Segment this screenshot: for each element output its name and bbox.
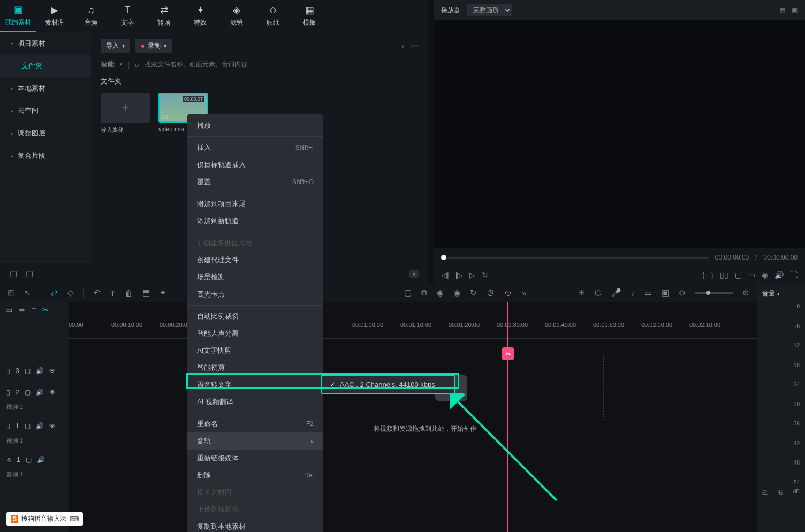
prev-frame-icon[interactable]: ◁| bbox=[441, 271, 449, 279]
marker-icon[interactable]: ⬡ bbox=[595, 288, 602, 298]
import-tile[interactable]: + 导入媒体 bbox=[101, 93, 150, 134]
tab-filters[interactable]: ◈滤镜 bbox=[218, 0, 255, 32]
menu-play[interactable]: 播放 bbox=[187, 117, 323, 134]
import-button[interactable]: 导入▾ bbox=[101, 39, 130, 53]
mic-tool-icon[interactable]: ▢ bbox=[404, 288, 412, 298]
track-label-video1[interactable]: ▯1▢🔊👁 bbox=[0, 415, 69, 437]
fullscreen-icon[interactable]: ⛶ bbox=[790, 271, 798, 279]
tab-stickers[interactable]: ☺贴纸 bbox=[255, 0, 291, 32]
tool-icon[interactable]: ◉ bbox=[437, 288, 444, 298]
next-frame-icon[interactable]: |▷ bbox=[455, 271, 464, 279]
chevron-up-icon[interactable]: ▴ bbox=[777, 291, 780, 297]
more-icon[interactable]: ⋯ bbox=[412, 42, 419, 50]
eye-icon[interactable]: 👁 bbox=[49, 367, 56, 375]
sun-icon[interactable]: ☀ bbox=[578, 288, 585, 298]
tab-audio[interactable]: ♫音频 bbox=[73, 0, 109, 32]
lock-icon[interactable]: ▢ bbox=[25, 422, 31, 430]
menu-voice-separate[interactable]: 智能人声分离 bbox=[187, 325, 323, 342]
more-tools-icon[interactable]: » bbox=[522, 288, 526, 298]
search-input[interactable] bbox=[145, 60, 419, 68]
menu-relink[interactable]: 重新链接媒体 bbox=[187, 450, 323, 467]
scrub-handle[interactable] bbox=[441, 255, 446, 260]
track-label-video2[interactable]: ▯2▢🔊👁 bbox=[0, 382, 69, 403]
record-button[interactable]: ●录制▾ bbox=[135, 39, 172, 53]
mic-icon[interactable]: 🎤 bbox=[611, 288, 621, 298]
layout-tool-icon[interactable]: ⊞ bbox=[7, 288, 14, 298]
menu-speech-to-text[interactable]: 语音转文字 bbox=[187, 376, 323, 393]
crop-icon[interactable]: ⬒ bbox=[142, 288, 150, 298]
play-icon[interactable]: ▷ bbox=[469, 271, 475, 279]
view-grid-icon[interactable]: ▦ bbox=[779, 6, 785, 14]
folder-icon[interactable]: ▢ bbox=[10, 269, 17, 278]
menu-append[interactable]: 附加到项目末尾 bbox=[187, 195, 323, 212]
track-label-video3[interactable]: ▯3▢🔊👁 bbox=[0, 360, 69, 382]
menu-ai-text-cut[interactable]: AI文字快剪 bbox=[187, 342, 323, 359]
scissors-icon[interactable]: ✂ bbox=[502, 347, 514, 360]
menu-proxy[interactable]: 创建代理文件 bbox=[187, 252, 323, 269]
menu-insert-target[interactable]: 仅目标轨道插入 bbox=[187, 156, 323, 173]
keyframe-tool-icon[interactable]: ◇ bbox=[67, 288, 74, 298]
track-label-audio1[interactable]: ♫1▢🔊 bbox=[0, 449, 69, 470]
sidebar-item-cloud[interactable]: ▸云空间 bbox=[0, 100, 91, 122]
tool-icon[interactable]: ◉ bbox=[453, 288, 460, 298]
folder-add-icon[interactable]: ▢ bbox=[26, 269, 33, 278]
link-tool-icon[interactable]: ⇄ bbox=[51, 288, 58, 298]
screen-tool-icon[interactable]: ▭ bbox=[644, 288, 652, 298]
display-icon[interactable]: ▭ bbox=[748, 271, 755, 279]
speaker-icon[interactable]: 🔊 bbox=[36, 389, 44, 396]
timeline-tracks[interactable]: 00:00 00:00:10:00 00:00:20:00 00:01:00:0… bbox=[69, 302, 757, 532]
tab-text[interactable]: T文字 bbox=[109, 0, 146, 32]
collapse-icon[interactable]: ◂ bbox=[409, 270, 419, 278]
camera-icon[interactable]: ◉ bbox=[762, 271, 768, 279]
ime-indicator[interactable]: S 搜狗拼音输入法 ⌨ bbox=[6, 512, 83, 526]
timer-icon[interactable]: ⏲ bbox=[504, 288, 512, 298]
menu-ai-translate[interactable]: AI 视频翻译 bbox=[187, 393, 323, 411]
sidebar-item-local[interactable]: ▸本地素材 bbox=[0, 77, 91, 100]
menu-scene-detect[interactable]: 场景检测 bbox=[187, 269, 323, 286]
track-opt-icon[interactable]: ≡ bbox=[32, 306, 36, 314]
timeline-ruler[interactable]: 00:00 00:00:10:00 00:00:20:00 00:01:00:0… bbox=[69, 317, 757, 339]
copy-tool-icon[interactable]: ⧉ bbox=[421, 288, 427, 298]
tab-library[interactable]: ▶素材库 bbox=[36, 0, 73, 32]
menu-copy-local[interactable]: 复制到本地素材 bbox=[187, 518, 323, 532]
loop-icon[interactable]: ↻ bbox=[482, 271, 488, 279]
tab-my-media[interactable]: ▣我的素材 bbox=[0, 0, 36, 32]
view-image-icon[interactable]: ▣ bbox=[792, 6, 798, 14]
menu-highlight[interactable]: 高光卡点 bbox=[187, 286, 323, 303]
menu-delete[interactable]: 删除Del bbox=[187, 467, 323, 484]
pointer-tool-icon[interactable]: ↖ bbox=[24, 288, 31, 298]
zoom-slider[interactable] bbox=[695, 292, 733, 294]
menu-smart-cut[interactable]: 智能初剪 bbox=[187, 359, 323, 376]
bracket-close-icon[interactable]: } bbox=[711, 271, 713, 279]
menu-new-track[interactable]: 添加到新轨道 bbox=[187, 212, 323, 230]
filter-icon[interactable]: ⫯ bbox=[401, 42, 405, 50]
search-mode-dropdown[interactable]: 智能 bbox=[101, 59, 115, 69]
lock-icon[interactable]: ▢ bbox=[26, 456, 32, 463]
menu-overwrite[interactable]: 覆盖Shift+O bbox=[187, 173, 323, 191]
eye-icon[interactable]: 👁 bbox=[49, 422, 56, 430]
track-cut-icon[interactable]: ✂ bbox=[42, 306, 49, 314]
delete-icon[interactable]: 🗑 bbox=[125, 288, 133, 298]
zoom-out-icon[interactable]: ⊖ bbox=[679, 288, 686, 298]
menu-audio-track[interactable]: 音轨▸ bbox=[187, 432, 323, 450]
effects-tool-icon[interactable]: ✦ bbox=[160, 288, 166, 298]
quality-select[interactable]: 完整画质 bbox=[467, 4, 512, 16]
sidebar-item-compound[interactable]: ▸复合片段 bbox=[0, 145, 91, 167]
speaker-icon[interactable]: 🔊 bbox=[36, 367, 44, 375]
tab-effects[interactable]: ✦特效 bbox=[182, 0, 218, 32]
track-view-icon[interactable]: ▭ bbox=[5, 306, 12, 314]
speaker-icon[interactable]: 🔊 bbox=[774, 271, 784, 279]
speed-icon[interactable]: ⏱ bbox=[487, 288, 495, 298]
eye-icon[interactable]: 👁 bbox=[49, 389, 56, 396]
speaker-icon[interactable]: 🔊 bbox=[36, 422, 44, 430]
menu-rename[interactable]: 重命名F2 bbox=[187, 415, 323, 432]
speaker-icon[interactable]: 🔊 bbox=[37, 456, 45, 463]
sidebar-item-adjustment[interactable]: ▸调整图层 bbox=[0, 122, 91, 145]
playhead[interactable]: ✂ bbox=[507, 302, 508, 532]
submenu-aac-option[interactable]: ✓ AAC , 2 Channels, 44100 kbps bbox=[322, 378, 454, 391]
player-viewport[interactable] bbox=[434, 20, 805, 248]
sidebar-item-folder[interactable]: 文件夹 bbox=[0, 55, 91, 77]
undo-icon[interactable]: ↶ bbox=[94, 288, 101, 298]
sidebar-item-project[interactable]: ▾项目素材 bbox=[0, 32, 91, 55]
layout-icon[interactable]: ▯▯ bbox=[720, 271, 728, 279]
